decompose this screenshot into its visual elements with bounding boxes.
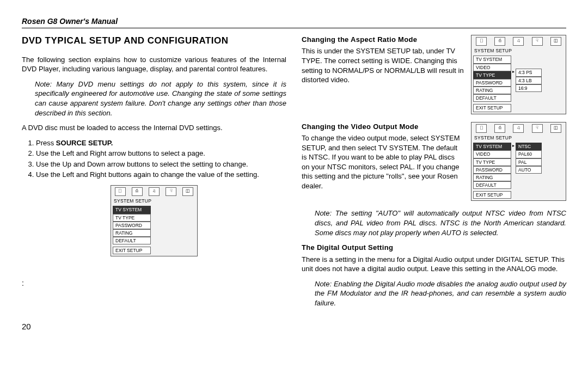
tab-icon: ♫ bbox=[513, 37, 524, 46]
menu-item: VIDEO bbox=[473, 150, 511, 158]
tab-icon: ⎕ bbox=[115, 187, 126, 196]
menu-item: TV TYPE bbox=[473, 158, 511, 166]
tab-icon: ♫ bbox=[149, 187, 160, 196]
source-setup-label: SOURCE SETUP. bbox=[56, 139, 113, 147]
menu-item: DEFAULT bbox=[473, 181, 511, 189]
submenu-item-ntsc: NTSC bbox=[516, 143, 542, 150]
intro-note: Note: Many DVD menu settings do not appl… bbox=[35, 79, 286, 118]
video-output-block: Changing the Video Output Mode To change… bbox=[302, 122, 566, 201]
digital-text: There is a setting in the menu for a Dig… bbox=[302, 255, 566, 274]
tab-icon: ♫ bbox=[513, 124, 524, 133]
step-2: Use the Left and Right arrow buttons to … bbox=[36, 149, 286, 158]
menu-item: PASSWORD bbox=[473, 79, 511, 87]
menu-group-label: SYSTEM SETUP bbox=[113, 197, 195, 206]
menu-item-tv-system: TV SYSTEM bbox=[113, 206, 151, 213]
menu-group-label: SYSTEM SETUP bbox=[473, 47, 564, 56]
intro-paragraph: The following section explains how to cu… bbox=[22, 55, 286, 74]
menu-box-video: ⎕ ⎙ ♫ ☟ ◫ SYSTEM SETUP TV SYSTEM VIDEO T… bbox=[471, 122, 566, 201]
menu-item-tv-system: TV SYSTEM bbox=[473, 143, 511, 150]
menu-item: DEFAULT bbox=[473, 94, 511, 102]
digital-note: Note: Enabling the Digital Audio mode di… bbox=[315, 279, 566, 308]
submenu-item-16-9: 16:9 bbox=[516, 84, 542, 92]
tab-icon: ⎕ bbox=[476, 124, 487, 133]
section-title: DVD TYPICAL SETUP AND CONFIGURATION bbox=[22, 35, 286, 47]
menu-item: PASSWORD bbox=[473, 166, 511, 174]
tab-icon: ☟ bbox=[166, 187, 176, 196]
tab-icon: ◫ bbox=[550, 37, 561, 46]
aspect-text: This is under the SYSTEM SETUP tab, unde… bbox=[302, 46, 464, 84]
video-text: To change the video output mode, select … bbox=[302, 133, 464, 191]
two-column-layout: DVD TYPICAL SETUP AND CONFIGURATION The … bbox=[22, 35, 566, 333]
tab-icon: ☟ bbox=[532, 37, 543, 46]
video-note: Note: The setting "AUTO" will automatica… bbox=[315, 209, 566, 237]
menu-item-exit: EXIT SETUP bbox=[473, 104, 511, 112]
menu-item-exit-setup: EXIT SETUP bbox=[113, 247, 151, 254]
submenu-item-auto: AUTO bbox=[516, 166, 542, 174]
video-heading: Changing the Video Output Mode bbox=[302, 122, 464, 132]
menu-item: VIDEO bbox=[473, 64, 511, 71]
tab-icon: ◫ bbox=[182, 187, 193, 196]
aspect-heading: Changing the Aspect Ratio Mode bbox=[302, 35, 464, 45]
menu-item-tv-type: TV TYPE bbox=[473, 71, 511, 79]
submenu-item-pal60: PAL60 bbox=[516, 150, 542, 158]
tab-icon: ⎕ bbox=[476, 37, 487, 46]
load-disc-line: A DVD disc must be loaded to access the … bbox=[22, 123, 286, 133]
arrow-icon: ▸ bbox=[512, 69, 514, 75]
menu-item: RATING bbox=[473, 174, 511, 181]
step-3: Use the Up and Down arrow buttons to sel… bbox=[36, 160, 286, 169]
menu-item-default: DEFAULT bbox=[113, 237, 151, 244]
menu-group-label: SYSTEM SETUP bbox=[473, 134, 564, 143]
step-4: Use the Left and Right buttons again to … bbox=[36, 170, 286, 180]
setup-steps: Press SOURCE SETUP. Use the Left and Rig… bbox=[22, 138, 286, 180]
menu-item-tv-type: TV TYPE bbox=[113, 214, 151, 222]
tab-icon: ⎙ bbox=[494, 124, 505, 133]
menu-item: TV SYSTEM bbox=[473, 56, 511, 63]
tab-icon: ⎙ bbox=[494, 37, 505, 46]
menu-item: RATING bbox=[473, 87, 511, 94]
menu-item-exit: EXIT SETUP bbox=[473, 191, 511, 199]
page-header: Rosen G8 Owner's Manual bbox=[22, 16, 566, 28]
submenu-item-4-3-lb: 4:3 LB bbox=[516, 77, 542, 84]
left-menu-diagram: ⎕ ⎙ ♫ ☟ ◫ SYSTEM SETUP TV SYSTEM TV TYPE… bbox=[22, 185, 286, 257]
digital-heading: The Digital Output Setting bbox=[302, 243, 566, 253]
submenu-item-4-3-ps: 4:3 PS bbox=[516, 69, 542, 76]
arrow-icon: ▸ bbox=[512, 143, 514, 149]
right-column: Changing the Aspect Ratio Mode This is u… bbox=[302, 35, 566, 333]
submenu-item-pal: PAL bbox=[516, 158, 542, 166]
stray-colon: : bbox=[22, 278, 286, 289]
menu-box-aspect: ⎕ ⎙ ♫ ☟ ◫ SYSTEM SETUP TV SYSTEM VIDEO T… bbox=[471, 35, 566, 114]
tab-icon: ☟ bbox=[532, 124, 543, 133]
menu-tab-row: ⎕ ⎙ ♫ ☟ ◫ bbox=[113, 187, 195, 196]
step-1: Press SOURCE SETUP. bbox=[36, 138, 286, 148]
menu-item-rating: RATING bbox=[113, 229, 151, 237]
menu-box-system-setup: ⎕ ⎙ ♫ ☟ ◫ SYSTEM SETUP TV SYSTEM TV TYPE… bbox=[111, 185, 198, 257]
tab-icon: ◫ bbox=[550, 124, 561, 133]
tab-icon: ⎙ bbox=[132, 187, 143, 196]
page-number: 20 bbox=[22, 321, 286, 332]
left-column: DVD TYPICAL SETUP AND CONFIGURATION The … bbox=[22, 35, 286, 333]
aspect-ratio-block: Changing the Aspect Ratio Mode This is u… bbox=[302, 35, 566, 114]
menu-item-password: PASSWORD bbox=[113, 222, 151, 229]
